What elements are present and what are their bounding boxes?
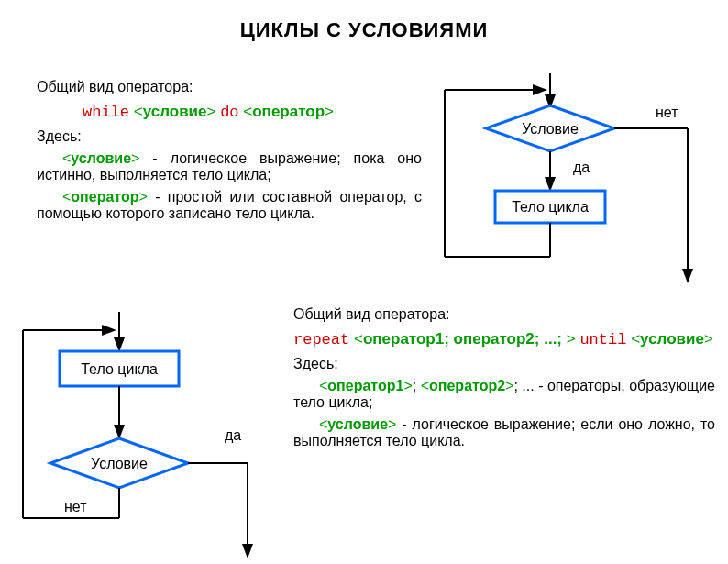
angle-open: < — [134, 103, 143, 120]
repeat-here: Здесь: — [293, 356, 715, 372]
repeat-cond-desc: <условие> - логическое выражение; если о… — [293, 416, 715, 449]
svg-text:да: да — [225, 427, 241, 443]
svg-text:Тело цикла: Тело цикла — [81, 361, 158, 377]
while-syntax: while <условие> do <оператор> — [83, 103, 422, 121]
svg-text:да: да — [573, 160, 590, 175]
while-section: Общий вид оператора: while <условие> do … — [37, 73, 422, 227]
while-flowchart: Условие да Тело цикла нет — [422, 73, 715, 288]
while-intro: Общий вид оператора: — [37, 79, 422, 95]
angle-close2: > — [325, 103, 334, 120]
repeat-syntax: repeat <оператор1; оператор2; ...; > unt… — [293, 330, 715, 348]
while-op-desc: <оператор> - простой или составной опера… — [37, 189, 422, 222]
svg-text:нет: нет — [656, 105, 678, 120]
page-title: ЦИКЛЫ С УСЛОВИЯМИ — [0, 0, 728, 42]
repeat-intro: Общий вид оператора: — [293, 306, 715, 323]
svg-text:Условие: Условие — [522, 121, 579, 137]
repeat-flowchart: Тело цикла Условие да нет — [9, 312, 284, 563]
kw-repeat: repeat — [293, 331, 349, 348]
svg-text:нет: нет — [64, 499, 87, 514]
kw-do: do — [220, 104, 238, 121]
angle-open2: < — [243, 103, 252, 120]
svg-text:Тело цикла: Тело цикла — [512, 199, 589, 215]
angle-close: > — [207, 103, 221, 120]
while-here: Здесь: — [37, 128, 422, 145]
while-cond-desc: <условие> - логическое выражение; пока о… — [37, 150, 422, 183]
svg-text:Условие: Условие — [91, 456, 148, 471]
repeat-ops-desc: <оператор1>; <оператор2>; ... - оператор… — [293, 378, 715, 411]
repeat-section: Общий вид оператора: repeat <оператор1; … — [293, 301, 715, 455]
while-op: оператор — [252, 103, 325, 120]
kw-until: until — [579, 331, 626, 348]
while-cond: условие — [143, 103, 207, 120]
kw-while: while — [83, 104, 129, 121]
